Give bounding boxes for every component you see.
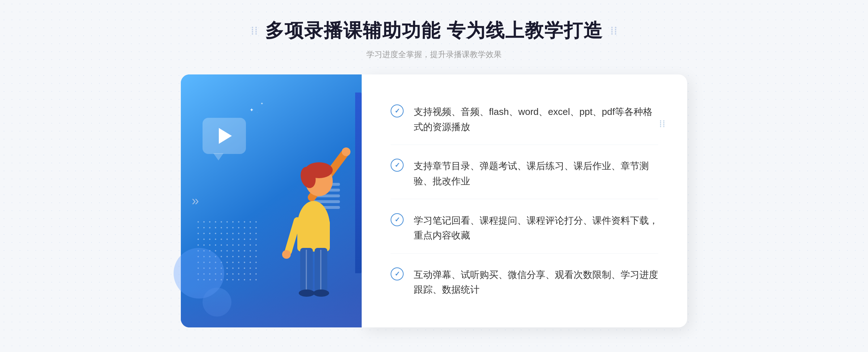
check-circle-2: ✓: [391, 159, 404, 172]
title-decorator-right: ⁞⁞: [610, 25, 617, 37]
svg-point-12: [313, 289, 329, 297]
feature-text-3: 学习笔记回看、课程提问、课程评论打分、课件资料下载，重点内容收藏: [414, 213, 658, 243]
content-area: » ✦ ✦ ·: [181, 74, 687, 327]
feature-item-4: ✓ 互动弹幕、试听购买、微信分享、观看次数限制、学习进度跟踪、数据统计: [391, 257, 658, 308]
star-decoration-2: ✦: [260, 102, 263, 106]
svg-rect-3: [297, 219, 330, 252]
check-circle-3: ✓: [391, 213, 404, 226]
features-panel: ✓ 支持视频、音频、flash、word、excel、ppt、pdf等各种格式的…: [362, 74, 687, 327]
check-circle-4: ✓: [391, 267, 404, 280]
check-mark-3: ✓: [395, 216, 400, 223]
header-section: ⁞⁞ 多项录播课辅助功能 专为线上教学打造 ⁞⁞ 学习进度全掌握，提升录播课教学…: [251, 18, 617, 60]
person-svg: [272, 125, 359, 327]
check-mark-2: ✓: [395, 162, 400, 168]
check-circle-1: ✓: [391, 104, 404, 117]
svg-point-11: [299, 289, 315, 297]
illustration-card: ✦ ✦ ·: [181, 74, 362, 327]
check-mark-4: ✓: [395, 271, 400, 277]
play-bubble: [203, 118, 246, 154]
page-subtitle: 学习进度全掌握，提升录播课教学效果: [366, 49, 502, 60]
feature-text-4: 互动弹幕、试听购买、微信分享、观看次数限制、学习进度跟踪、数据统计: [414, 267, 658, 297]
star-decoration-1: ✦: [250, 107, 254, 113]
left-chevron-decoration: »: [192, 193, 199, 209]
check-mark-1: ✓: [395, 108, 400, 114]
feature-item-3: ✓ 学习笔记回看、课程提问、课程评论打分、课件资料下载，重点内容收藏: [391, 203, 658, 254]
feature-text-2: 支持章节目录、弹题考试、课后练习、课后作业、章节测验、批改作业: [414, 159, 658, 189]
right-dots-decoration: ⁞⁞: [659, 118, 665, 130]
title-row: ⁞⁞ 多项录播课辅助功能 专为线上教学打造 ⁞⁞: [251, 18, 617, 43]
star-decoration-3: ·: [257, 111, 258, 114]
play-icon: [219, 128, 232, 144]
page-title: 多项录播课辅助功能 专为线上教学打造: [265, 18, 603, 43]
page-container: ⁞⁞ 多项录播课辅助功能 专为线上教学打造 ⁞⁞ 学习进度全掌握，提升录播课教学…: [0, 0, 868, 352]
svg-point-8: [282, 250, 291, 259]
feature-item-1: ✓ 支持视频、音频、flash、word、excel、ppt、pdf等各种格式的…: [391, 94, 658, 145]
feature-item-2: ✓ 支持章节目录、弹题考试、课后练习、课后作业、章节测验、批改作业: [391, 149, 658, 199]
svg-point-1: [342, 147, 350, 156]
person-illustration: [261, 118, 362, 327]
feature-text-1: 支持视频、音频、flash、word、excel、ppt、pdf等各种格式的资源…: [414, 104, 658, 134]
title-decorator-left: ⁞⁞: [251, 25, 258, 37]
svg-line-7: [288, 221, 297, 252]
